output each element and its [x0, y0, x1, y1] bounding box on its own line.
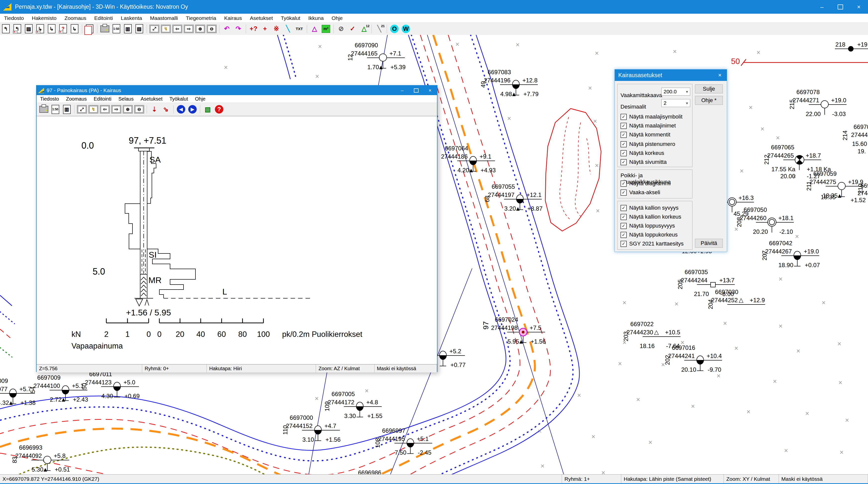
kairausasetukset-dialog[interactable]: Kairausasetukset × Vaakamittakaava 200.0…	[615, 69, 727, 252]
close-dialog-button[interactable]: Sulje	[695, 85, 723, 93]
checkbox-vaaka-akseli[interactable]: ✓Vaaka-akseli	[620, 189, 660, 196]
scale-1-50-icon[interactable]: 1:50	[111, 24, 122, 34]
help-button[interactable]: Ohje *	[695, 96, 723, 105]
child-close-button[interactable]: ×	[423, 86, 437, 95]
checkbox-n-yt-pistenumero[interactable]: ✓Näytä pistenumero	[620, 141, 675, 148]
view-prev-icon[interactable]: ⇦	[99, 104, 111, 115]
w-tool-icon[interactable]: W	[400, 24, 411, 34]
diagram-colors-icon[interactable]: ▧	[202, 104, 213, 115]
checkbox-n-yt-kallion-syvyys[interactable]: ✓Näytä kallion syvyys	[620, 205, 679, 211]
zoom-out-icon[interactable]: ⊖	[206, 24, 217, 34]
child-menu-item-tykalut[interactable]: Työkalut	[166, 96, 191, 102]
fit-screen-icon[interactable]: ⤢	[76, 104, 88, 115]
redraw-icon[interactable]: ↯	[160, 24, 172, 34]
child-menu-item-editointi[interactable]: Editointi	[90, 96, 115, 102]
child-maximize-button[interactable]	[409, 86, 423, 95]
open-add-icon[interactable]: ↰	[11, 24, 23, 34]
menu-item-ohje[interactable]: Ohje	[328, 14, 347, 23]
help-icon[interactable]: ?	[213, 104, 225, 115]
grid-cross-icon: ×	[779, 322, 783, 330]
goto-point-icon[interactable]: ⇣	[149, 104, 160, 115]
redraw-icon[interactable]: ↯	[88, 104, 99, 115]
menu-item-zoomaus[interactable]: Zoomaus	[61, 14, 90, 23]
point-label: +7.1	[390, 50, 401, 57]
menu-item-maastomalli[interactable]: Maastomalli	[146, 14, 182, 23]
checkbox-n-yt-maalajinimet[interactable]: ✓Näytä maalajinimet	[620, 123, 676, 129]
file-question-icon[interactable]: ?	[57, 24, 69, 34]
write-file-icon[interactable]: ↳	[69, 24, 80, 34]
checkbox-n-yt-kallion-korkeus[interactable]: ✓Näytä kallion korkeus	[620, 214, 681, 220]
zoom-in-icon[interactable]: ⊕	[194, 24, 206, 34]
print-icon[interactable]	[38, 104, 50, 115]
view-prev-icon[interactable]: ⇦	[172, 24, 183, 34]
child-menu-item-zoomaus[interactable]: Zoomaus	[62, 96, 90, 102]
checkbox-n-yt-maalajisymbolit[interactable]: ✓Näytä maalajisymbolit	[620, 114, 682, 120]
child-minimize-button[interactable]: –	[395, 86, 409, 95]
check-points-icon[interactable]: ✓	[347, 24, 358, 34]
point-label: 6697005	[332, 391, 355, 397]
menu-item-ikkuna[interactable]: Ikkuna	[304, 14, 328, 23]
o-tool-icon[interactable]: O	[389, 24, 400, 34]
menu-item-tiedosto[interactable]: Tiedosto	[0, 14, 28, 23]
update-button[interactable]: Päivitä	[695, 239, 723, 248]
page-setup-icon[interactable]: ▥	[61, 104, 72, 115]
boring-diagram-canvas[interactable]: 0.0 97, +7.51 5.0 SA SI MR L +1.56 / 5.9…	[37, 116, 437, 364]
checkbox-sgy-2021-karttaesitys[interactable]: ✓SGY 2021 karttaesitys	[620, 240, 684, 247]
edit-line-icon[interactable]: ╲	[282, 24, 293, 34]
view-next-icon[interactable]: ⇨	[183, 24, 194, 34]
area-icon[interactable]: m²	[320, 24, 332, 34]
child-menu-item-selaus[interactable]: Selaus	[115, 96, 137, 102]
open-hatch-icon[interactable]: ▨	[23, 24, 34, 34]
menu-item-editointi[interactable]: Editointi	[90, 14, 117, 23]
checkbox-n-yt-kommentit[interactable]: ✓Näytä kommentit	[620, 131, 670, 138]
text-icon[interactable]: TXT	[293, 24, 305, 34]
checkbox-n-yt-korkeus[interactable]: ✓Näytä korkeus	[620, 150, 664, 156]
menu-item-hakemisto[interactable]: Hakemisto	[28, 14, 61, 23]
menu-item-laskenta[interactable]: Laskenta	[117, 14, 146, 23]
view-next-icon[interactable]: ⇨	[111, 104, 122, 115]
menu-item-asetukset[interactable]: Asetukset	[246, 14, 277, 23]
maximize-button[interactable]	[831, 0, 849, 14]
checkbox-n-yt-diagrammi[interactable]: ✓Näytä diagrammi	[620, 180, 671, 187]
decimals-combobox[interactable]: 2▾	[661, 99, 690, 107]
zoom-in-icon[interactable]: ⊕	[122, 104, 133, 115]
child-menu-item-ohje[interactable]: Ohje	[191, 96, 209, 102]
line-21-icon[interactable]: ╲21	[373, 24, 385, 34]
print-icon[interactable]	[99, 24, 111, 34]
dialog-close-button[interactable]: ×	[713, 69, 727, 81]
window-title: Pernaja.xy.tdw - [Kairausohje] - 3D-Win …	[15, 3, 188, 10]
page-setup-icon[interactable]: ▥	[122, 24, 133, 34]
menu-item-kairaus[interactable]: Kairaus	[220, 14, 246, 23]
scale-combobox[interactable]: 200.0▾	[661, 88, 690, 96]
child-menu-item-tiedosto[interactable]: Tiedosto	[37, 96, 62, 102]
fit-screen-icon[interactable]: ⤢	[149, 24, 160, 34]
import-file-icon[interactable]: ↳	[34, 24, 46, 34]
angle-calc-icon[interactable]: △	[309, 24, 320, 34]
zoom-out-icon[interactable]: ⊖	[133, 104, 145, 115]
center-point-icon[interactable]: ⇘	[160, 104, 172, 115]
redo-icon[interactable]: ↷	[232, 24, 244, 34]
scale-1-50-icon[interactable]: 1:50	[50, 104, 61, 115]
hatch-sheet-icon[interactable]: ▨	[133, 24, 145, 34]
child-menu-item-asetukset[interactable]: Asetukset	[137, 96, 166, 102]
add-point-icon[interactable]: +	[259, 24, 271, 34]
prev-boring-icon[interactable]: ◀	[175, 104, 187, 115]
checkbox-n-yt-sivumitta[interactable]: ✓Näytä sivumitta	[620, 159, 666, 165]
move-points-icon[interactable]: ※	[271, 24, 282, 34]
boring-window[interactable]: 97 - Painokairaus (PA) - Kairaus – × Tie…	[36, 85, 437, 372]
triangle-12-icon[interactable]: △12	[358, 24, 370, 34]
checkbox-n-yt-loppukorkeus[interactable]: ✓Näytä loppukorkeus	[620, 231, 678, 238]
close-button[interactable]: ×	[849, 0, 868, 14]
next-boring-icon[interactable]: ▶	[187, 104, 198, 115]
menu-item-tykalut[interactable]: Työkalut	[277, 14, 304, 23]
divide-xyz-icon[interactable]: ⊘	[335, 24, 347, 34]
open-file-icon[interactable]: ↰	[0, 24, 11, 34]
checkbox-n-yt-loppusyvyys[interactable]: ✓Näytä loppusyvyys	[620, 223, 675, 229]
export-file-icon[interactable]: ↳	[46, 24, 57, 34]
copy-sheets-icon[interactable]	[84, 24, 95, 34]
undo-icon[interactable]: ↶	[221, 24, 232, 34]
menu-item-tiegeometria[interactable]: Tiegeometria	[182, 14, 220, 23]
end-depth-icon: ▲	[8, 399, 14, 406]
point-query-icon[interactable]: +?	[248, 24, 259, 34]
minimize-button[interactable]: –	[813, 0, 831, 14]
